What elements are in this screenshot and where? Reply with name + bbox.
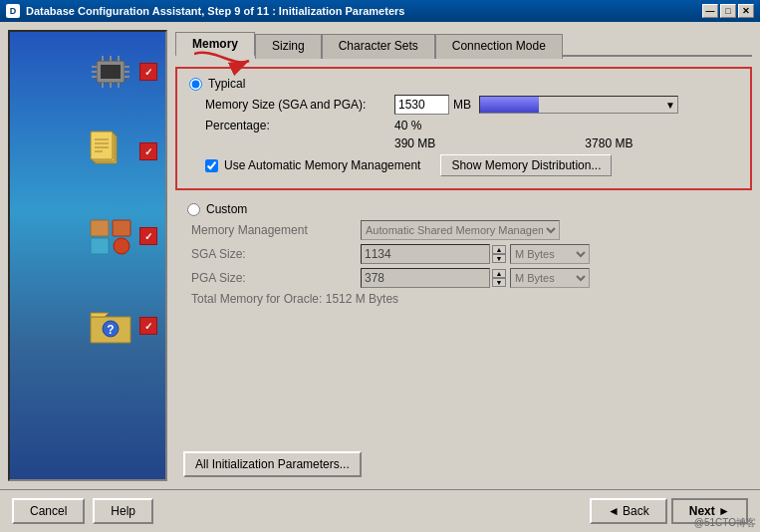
- range-max: 3780 MB: [585, 136, 633, 150]
- watermark: @51CTO博客: [694, 516, 756, 530]
- typical-radio-row: Typical: [189, 77, 738, 91]
- memory-unit-label: MB: [453, 98, 471, 112]
- sga-spinners: ▲ ▼: [492, 245, 506, 263]
- tab-sizing[interactable]: Sizing: [255, 34, 322, 59]
- window-title: Database Configuration Assistant, Step 9…: [26, 5, 702, 17]
- check-icon-3: ✓: [139, 227, 157, 245]
- sga-decrement-button[interactable]: ▼: [492, 254, 506, 263]
- main-window: ✓ ✓: [0, 22, 760, 532]
- memory-management-label: Memory Management: [191, 223, 361, 237]
- svg-point-24: [114, 238, 129, 254]
- sga-size-label: SGA Size:: [191, 247, 361, 261]
- step-icon-shapes: [86, 216, 135, 256]
- check-icon-4: ✓: [139, 317, 157, 335]
- memory-management-row: Memory Management Automatic Shared Memor…: [187, 220, 740, 240]
- memory-management-select[interactable]: Automatic Shared Memory Management: [361, 220, 560, 240]
- pga-spinners: ▲ ▼: [492, 269, 506, 287]
- total-memory-label: Total Memory for Oracle:: [191, 292, 322, 306]
- sga-unit-select[interactable]: M Bytes: [510, 244, 590, 264]
- title-bar: D Database Configuration Assistant, Step…: [0, 0, 760, 22]
- pga-increment-button[interactable]: ▲: [492, 269, 506, 278]
- custom-radio[interactable]: [187, 203, 200, 216]
- percentage-value: 40 %: [394, 119, 421, 133]
- svg-rect-23: [91, 238, 109, 254]
- close-button[interactable]: ✕: [738, 4, 754, 18]
- svg-rect-1: [101, 65, 121, 79]
- svg-text:?: ?: [107, 323, 114, 337]
- panel-content: Typical Memory Size (SGA and PGA): MB ▼ …: [175, 63, 752, 441]
- total-memory-row: Total Memory for Oracle: 1512 M Bytes: [187, 292, 740, 306]
- step-icon-chip: [86, 52, 135, 92]
- left-panel: ✓ ✓: [8, 30, 167, 481]
- total-memory-value: 1512 M Bytes: [326, 292, 398, 306]
- content-area: ✓ ✓: [0, 22, 760, 489]
- memory-size-input[interactable]: [394, 95, 449, 115]
- tab-memory[interactable]: Memory: [175, 32, 255, 57]
- auto-memory-row: Use Automatic Memory Management Show Mem…: [189, 154, 738, 176]
- sga-size-row: SGA Size: ▲ ▼ M Bytes: [187, 244, 740, 264]
- memory-progress-bar: ▼: [479, 96, 678, 114]
- auto-memory-label: Use Automatic Memory Management: [224, 158, 420, 172]
- typical-label: Typical: [208, 77, 245, 91]
- custom-radio-row: Custom: [187, 202, 740, 216]
- percentage-row: Percentage: 40 %: [189, 119, 738, 133]
- tabs: Memory Sizing Character Sets Connection …: [175, 30, 752, 57]
- all-initialization-parameters-button[interactable]: All Initialization Parameters...: [183, 451, 362, 477]
- back-button[interactable]: ◄ Back: [590, 498, 667, 524]
- custom-label: Custom: [206, 202, 247, 216]
- bottom-left-buttons: Cancel Help: [12, 498, 153, 524]
- memory-size-label: Memory Size (SGA and PGA):: [205, 98, 394, 112]
- minimize-button[interactable]: —: [702, 4, 718, 18]
- pga-unit-select[interactable]: M Bytes: [510, 268, 590, 288]
- typical-radio[interactable]: [189, 78, 202, 91]
- range-min: 390 MB: [394, 136, 435, 150]
- typical-section: Typical Memory Size (SGA and PGA): MB ▼ …: [175, 67, 752, 190]
- init-params-row: All Initialization Parameters...: [175, 447, 752, 481]
- range-labels: 390 MB 3780 MB: [189, 136, 738, 150]
- pga-size-label: PGA Size:: [191, 271, 361, 285]
- maximize-button[interactable]: □: [720, 4, 736, 18]
- svg-rect-22: [113, 220, 130, 236]
- tab-connection-mode[interactable]: Connection Mode: [435, 34, 563, 59]
- window-controls: — □ ✕: [702, 4, 754, 18]
- cancel-button[interactable]: Cancel: [12, 498, 85, 524]
- step-item-1: ✓: [86, 52, 157, 92]
- tab-character-sets[interactable]: Character Sets: [322, 34, 435, 59]
- pga-size-row: PGA Size: ▲ ▼ M Bytes: [187, 268, 740, 288]
- progress-fill: [480, 97, 539, 113]
- custom-section: Custom Memory Management Automatic Share…: [175, 198, 752, 310]
- bottom-bar: Cancel Help ◄ Back Next ►: [0, 489, 760, 532]
- step-item-3: ✓: [86, 216, 157, 256]
- step-icon-folder: ?: [86, 306, 135, 346]
- svg-rect-21: [91, 220, 109, 236]
- right-panel: Memory Sizing Character Sets Connection …: [175, 30, 752, 481]
- pga-decrement-button[interactable]: ▼: [492, 278, 506, 287]
- svg-rect-16: [91, 132, 113, 159]
- check-icon-2: ✓: [139, 142, 157, 160]
- left-panel-background: ✓ ✓: [10, 32, 165, 479]
- sga-size-input[interactable]: [361, 244, 490, 264]
- step-item-2: ✓: [86, 132, 157, 171]
- auto-memory-checkbox[interactable]: [205, 159, 218, 172]
- step-item-4: ? ✓: [86, 306, 157, 346]
- percentage-label: Percentage:: [205, 119, 394, 133]
- show-memory-distribution-button[interactable]: Show Memory Distribution...: [440, 154, 612, 176]
- memory-size-row: Memory Size (SGA and PGA): MB ▼: [189, 95, 738, 115]
- sga-increment-button[interactable]: ▲: [492, 245, 506, 254]
- step-icon-docs: [86, 132, 135, 171]
- pga-size-input[interactable]: [361, 268, 490, 288]
- help-button[interactable]: Help: [93, 498, 153, 524]
- check-icon-1: ✓: [139, 63, 157, 81]
- app-icon: D: [6, 4, 20, 18]
